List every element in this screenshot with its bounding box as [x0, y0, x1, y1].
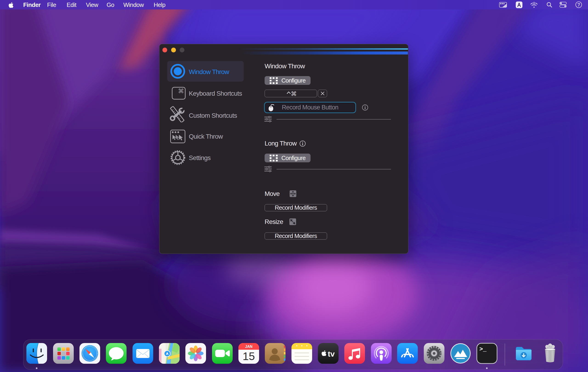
svg-text:tv: tv — [328, 350, 335, 358]
svg-text:15: 15 — [242, 350, 255, 362]
svg-text:⌘: ⌘ — [291, 91, 297, 97]
svg-text:⌘: ⌘ — [178, 88, 184, 95]
svg-text:>_: >_ — [479, 346, 487, 353]
svg-text:JAN: JAN — [245, 345, 252, 349]
